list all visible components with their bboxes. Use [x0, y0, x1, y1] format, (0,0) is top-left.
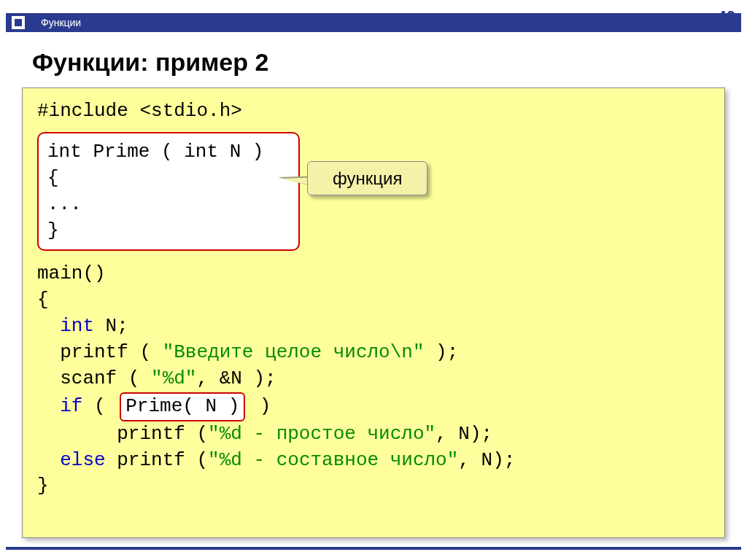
code-panel: #include <stdio.h> int Prime ( int N ) {…	[22, 88, 725, 538]
footer-rule	[6, 547, 741, 550]
code-main-3: int N;	[37, 314, 710, 340]
code-main-7: printf ("%d - простое число", N);	[37, 421, 710, 448]
code-main-5: scanf ( "%d", &N );	[37, 366, 710, 392]
fn-line-3: ...	[47, 192, 290, 218]
function-definition-box: int Prime ( int N ) { ... }	[37, 132, 300, 252]
fn-line-4: }	[47, 218, 290, 244]
code-main-4: printf ( "Введите целое число\n" );	[37, 340, 710, 366]
callout-wrap: функция	[307, 161, 427, 195]
breadcrumb: Функции	[31, 17, 81, 28]
code-main-8: else printf ("%d - составное число", N);	[37, 448, 710, 474]
prime-call-box: Prime( N )	[120, 392, 245, 421]
fn-line-2: {	[47, 166, 290, 192]
code-include: #include <stdio.h>	[37, 98, 710, 125]
page-number: 40	[718, 7, 735, 26]
callout-label: функция	[307, 161, 427, 195]
code-main-9: }	[37, 473, 710, 499]
header-bar: Функции	[6, 13, 741, 32]
code-main-2: {	[37, 287, 710, 314]
code-main-1: main()	[37, 261, 710, 287]
code-main-6: if ( Prime( N ) )	[37, 392, 710, 421]
slide-title: Функции: пример 2	[32, 48, 268, 77]
header-bullet-icon	[6, 13, 31, 32]
fn-line-1: int Prime ( int N )	[47, 139, 290, 166]
